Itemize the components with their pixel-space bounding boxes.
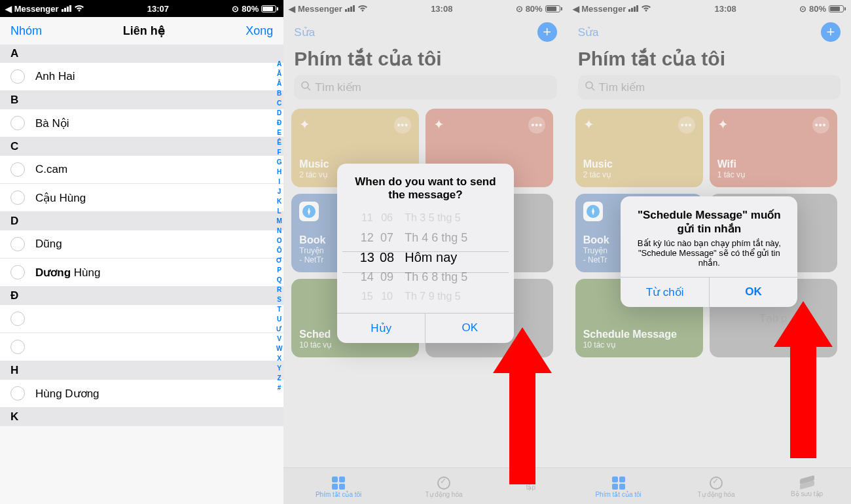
contact-row[interactable]: Hùng Dương bbox=[0, 380, 283, 408]
index-letter[interactable]: P bbox=[276, 265, 282, 275]
permission-alert: "Schedule Message" muốn gửi tin nhắn Bất… bbox=[621, 196, 797, 307]
index-letter[interactable]: F bbox=[276, 147, 282, 157]
contact-row[interactable]: Dũng bbox=[0, 230, 283, 259]
index-letter[interactable]: Ă bbox=[276, 69, 282, 79]
contacts-list[interactable]: A Anh Hai B Bà Nội C C.cam Cậu Hùng D Dũ… bbox=[0, 45, 283, 426]
svg-marker-9 bbox=[774, 301, 833, 458]
more-icon[interactable]: ••• bbox=[528, 117, 545, 134]
clock-icon bbox=[710, 477, 723, 490]
index-letter[interactable]: U bbox=[276, 314, 282, 324]
tab-shortcuts[interactable]: Phím tắt của tôi bbox=[316, 477, 361, 498]
radio-icon[interactable] bbox=[10, 237, 25, 251]
svg-point-0 bbox=[302, 82, 308, 88]
radio-icon[interactable] bbox=[10, 162, 25, 177]
date-picker[interactable]: 11 12 13 14 15 06 07 08 09 10 Th 3 5 thg… bbox=[337, 204, 514, 313]
alphabet-index[interactable]: AĂÂBCDĐEÊFGHIJKLMNOÔƠPQRSTUƯVWXYZ# bbox=[276, 59, 282, 393]
index-letter[interactable]: M bbox=[276, 216, 282, 226]
index-letter[interactable]: C bbox=[276, 98, 282, 108]
index-letter[interactable]: I bbox=[276, 177, 282, 187]
svg-line-1 bbox=[308, 88, 310, 90]
index-letter[interactable]: Â bbox=[276, 79, 282, 88]
index-letter[interactable]: O bbox=[276, 236, 282, 245]
index-letter[interactable]: X bbox=[276, 353, 282, 363]
index-letter[interactable]: Z bbox=[276, 373, 282, 383]
index-letter[interactable]: # bbox=[276, 383, 282, 393]
wand-icon: ✦ bbox=[583, 117, 594, 132]
cancel-button[interactable]: Hủy bbox=[337, 314, 426, 343]
search-input[interactable]: Tìm kiếm bbox=[294, 75, 556, 99]
add-button[interactable]: + bbox=[537, 22, 557, 42]
radio-icon[interactable] bbox=[10, 265, 25, 279]
groups-button[interactable]: Nhóm bbox=[10, 24, 42, 38]
contact-row[interactable]: Anh Hai bbox=[0, 63, 283, 91]
nav-bar: Sửa + bbox=[283, 17, 567, 47]
index-letter[interactable]: Q bbox=[276, 275, 282, 285]
index-letter[interactable]: Ơ bbox=[276, 255, 282, 265]
contact-row[interactable]: Dương Hùng bbox=[0, 259, 283, 287]
index-letter[interactable]: W bbox=[276, 344, 282, 353]
arrow-annotation bbox=[774, 301, 833, 458]
radio-icon[interactable] bbox=[10, 386, 25, 401]
index-letter[interactable]: R bbox=[276, 285, 282, 295]
signal-icon bbox=[345, 5, 355, 12]
contact-row[interactable] bbox=[0, 333, 283, 361]
contact-name: Cậu Hùng bbox=[35, 191, 86, 205]
contact-row[interactable]: Cậu Hùng bbox=[0, 184, 283, 212]
index-letter[interactable]: T bbox=[276, 304, 282, 314]
signal-icon bbox=[628, 5, 638, 12]
contact-row[interactable]: Bà Nội bbox=[0, 109, 283, 137]
edit-button[interactable]: Sửa bbox=[578, 26, 599, 39]
shortcut-card[interactable]: ✦••• Wifi1 tác vụ bbox=[710, 109, 837, 187]
section-header: Đ bbox=[0, 287, 283, 305]
back-to-app[interactable]: ◀ Messenger bbox=[289, 4, 342, 14]
index-letter[interactable]: Ư bbox=[276, 324, 282, 334]
tab-automation[interactable]: Tự động hóa bbox=[425, 477, 462, 498]
back-to-app[interactable]: ◀ Messenger bbox=[573, 4, 626, 14]
add-button[interactable]: + bbox=[821, 22, 841, 42]
alarm-icon: ⊙ bbox=[516, 4, 523, 14]
index-letter[interactable]: Ê bbox=[276, 137, 282, 147]
index-letter[interactable]: K bbox=[276, 196, 282, 206]
index-letter[interactable]: G bbox=[276, 157, 282, 167]
back-to-app[interactable]: ◀ Messenger bbox=[5, 4, 59, 14]
index-letter[interactable]: Đ bbox=[276, 118, 282, 128]
index-letter[interactable]: B bbox=[276, 88, 282, 98]
shortcut-card[interactable]: ✦••• Music2 tác vụ bbox=[575, 109, 703, 187]
tab-automation[interactable]: Tự động hóa bbox=[697, 477, 734, 498]
search-icon bbox=[300, 81, 311, 94]
tab-gallery[interactable]: tập bbox=[526, 484, 535, 491]
minute-column[interactable]: 06 07 08 09 10 bbox=[380, 208, 394, 306]
radio-icon[interactable] bbox=[10, 69, 25, 84]
index-letter[interactable]: H bbox=[276, 167, 282, 177]
hour-column[interactable]: 11 12 13 14 15 bbox=[360, 208, 374, 306]
search-input[interactable]: Tìm kiếm bbox=[578, 75, 841, 99]
index-letter[interactable]: V bbox=[276, 334, 282, 344]
edit-button[interactable]: Sửa bbox=[294, 26, 315, 39]
radio-icon[interactable] bbox=[10, 340, 25, 354]
index-letter[interactable]: Ô bbox=[276, 245, 282, 255]
card-title: Schedule Message bbox=[583, 329, 695, 340]
index-letter[interactable]: S bbox=[276, 295, 282, 304]
index-letter[interactable]: A bbox=[276, 59, 282, 69]
tab-gallery[interactable]: Bộ sưu tập bbox=[791, 477, 823, 497]
index-letter[interactable]: Y bbox=[276, 363, 282, 373]
done-button[interactable]: Xong bbox=[245, 24, 273, 38]
more-icon[interactable]: ••• bbox=[678, 117, 695, 134]
index-letter[interactable]: D bbox=[276, 108, 282, 118]
tab-shortcuts[interactable]: Phím tắt của tôi bbox=[595, 477, 641, 498]
index-letter[interactable]: E bbox=[276, 128, 282, 137]
more-icon[interactable]: ••• bbox=[394, 117, 411, 134]
radio-icon[interactable] bbox=[10, 312, 25, 326]
radio-icon[interactable] bbox=[10, 116, 25, 130]
radio-icon[interactable] bbox=[10, 190, 25, 205]
more-icon[interactable]: ••• bbox=[812, 117, 829, 134]
contact-row[interactable] bbox=[0, 305, 283, 333]
index-letter[interactable]: N bbox=[276, 226, 282, 236]
section-header: K bbox=[0, 408, 283, 426]
contact-row[interactable]: C.cam bbox=[0, 156, 283, 184]
phone-shortcuts-datepicker: ◀ Messenger 13:08 ⊙ 80% Sửa + Phím tắt c… bbox=[283, 0, 567, 504]
deny-button[interactable]: Từ chối bbox=[621, 278, 709, 307]
index-letter[interactable]: J bbox=[276, 187, 282, 196]
index-letter[interactable]: L bbox=[276, 206, 282, 216]
day-column[interactable]: Th 3 5 thg 5 Th 4 6 thg 5 Hôm nay Th 6 8… bbox=[399, 208, 491, 306]
